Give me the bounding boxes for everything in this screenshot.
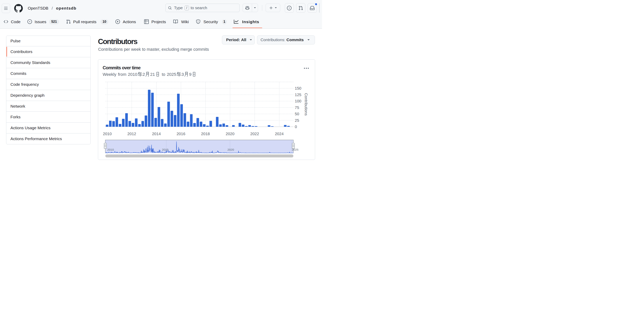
- svg-text:2016: 2016: [176, 132, 185, 136]
- svg-text:2022: 2022: [250, 132, 259, 136]
- svg-text:2025: 2025: [292, 148, 298, 151]
- svg-text:2024: 2024: [275, 132, 284, 136]
- svg-text:100: 100: [295, 99, 301, 103]
- svg-text:2018: 2018: [201, 132, 210, 136]
- svg-text:125: 125: [295, 92, 301, 97]
- svg-text:Contributions: Contributions: [304, 93, 308, 116]
- svg-text:2012: 2012: [128, 132, 136, 136]
- svg-text:2020: 2020: [226, 132, 234, 136]
- svg-text:50: 50: [295, 112, 299, 116]
- svg-text:2014: 2014: [152, 132, 161, 136]
- svg-text:2010: 2010: [103, 132, 112, 136]
- svg-text:2015: 2015: [162, 148, 168, 151]
- svg-text:75: 75: [295, 105, 299, 110]
- svg-text:2010: 2010: [107, 148, 114, 151]
- svg-text:150: 150: [295, 86, 301, 90]
- svg-text:0: 0: [295, 124, 297, 129]
- svg-text:25: 25: [295, 118, 299, 122]
- svg-text:2020: 2020: [228, 148, 234, 151]
